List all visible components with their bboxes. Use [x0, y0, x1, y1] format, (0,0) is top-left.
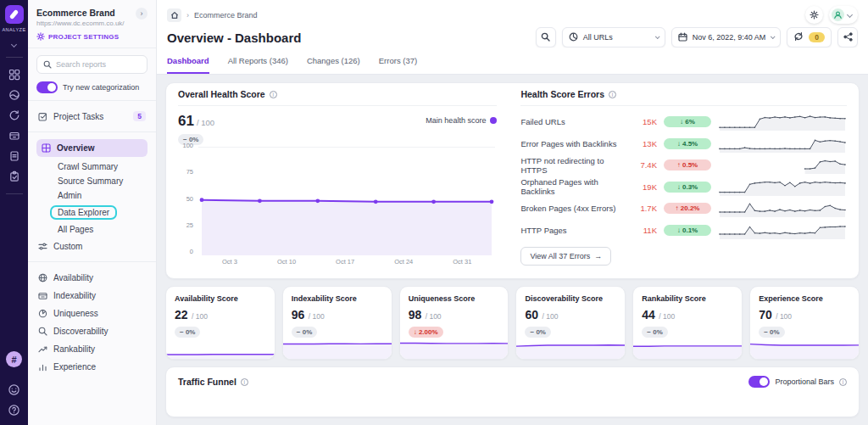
- share-button[interactable]: [837, 27, 858, 48]
- health-chart-yaxis: 1007550250: [178, 142, 193, 255]
- index-archive-icon: [38, 291, 47, 300]
- chevron-down-icon: [771, 34, 776, 39]
- history-icon[interactable]: [4, 105, 25, 126]
- compare-count-badge: 0: [809, 32, 825, 42]
- tasks-count-badge: 5: [133, 111, 146, 121]
- dashboard-content: Overall Health Score i 61/ 100 − 0% Main…: [157, 75, 868, 425]
- home-icon: [170, 8, 179, 23]
- score-sparkline: [166, 337, 275, 359]
- sidebar-item-rankability[interactable]: Rankability: [36, 340, 147, 358]
- icon-rail: ANALYZE #: [0, 0, 28, 425]
- project-sidebar: Ecommerce Brand https://www.dc.ecomm.co.…: [28, 0, 157, 425]
- sidebar-item-discoverability[interactable]: Discoverability: [36, 322, 147, 340]
- task-check-icon: [38, 112, 47, 121]
- trend-up-icon: [38, 344, 47, 354]
- pie-segment-icon: [569, 32, 578, 43]
- sidebar-item-project-tasks[interactable]: Project Tasks 5: [36, 108, 147, 125]
- gear-icon: [36, 32, 45, 41]
- search-reports-input[interactable]: [56, 60, 141, 69]
- compare-crawls-button[interactable]: 0: [787, 27, 832, 48]
- health-score-chart[interactable]: [198, 147, 495, 255]
- sidebar-item-custom[interactable]: Custom: [36, 238, 147, 254]
- score-card-uniqueness[interactable]: Uniqueness Score 98 / 100 ↓ 2.00%: [399, 286, 509, 360]
- trend-badge: ↓ 6%: [664, 116, 711, 127]
- score-card-availability[interactable]: Availability Score 22 / 100 − 0%: [165, 286, 275, 360]
- help-icon[interactable]: [4, 400, 25, 420]
- health-panel: Overall Health Score i 61/ 100 − 0% Main…: [165, 82, 860, 279]
- feedback-smiley-icon[interactable]: [4, 379, 25, 400]
- search-button[interactable]: [536, 27, 556, 48]
- overview-grid-icon: [42, 143, 51, 153]
- score-sparkline: [400, 337, 509, 359]
- sidebar-item-source-summary[interactable]: Source Summary: [58, 174, 147, 188]
- apps-grid-icon[interactable]: [4, 64, 25, 85]
- sync-arrows-icon: [793, 31, 804, 43]
- sidebar-item-availability[interactable]: Availability: [36, 269, 147, 287]
- score-card-rankability[interactable]: Rankability Score 44 / 100 − 0%: [632, 286, 743, 360]
- sidebar-item-overview[interactable]: Overview: [36, 139, 147, 157]
- arrow-right-icon: →: [594, 252, 602, 260]
- share-icon: [843, 32, 853, 43]
- archive-icon[interactable]: [4, 126, 25, 146]
- proportional-bars-toggle[interactable]: [748, 376, 770, 388]
- breadcrumb-home-button[interactable]: [167, 8, 181, 22]
- info-icon[interactable]: i: [241, 378, 248, 386]
- categorization-toggle[interactable]: [36, 81, 58, 93]
- main-area: › Ecommerce Brand Overview - Dashboard: [157, 0, 868, 425]
- date-picker-dropdown[interactable]: Nov 6, 2022, 9:40 AM: [671, 27, 782, 48]
- score-card-indexability[interactable]: Indexability Score 96 / 100 − 0%: [282, 286, 392, 360]
- tab-all-reports[interactable]: All Reports (346): [228, 56, 288, 74]
- chevron-down-icon: [655, 34, 660, 39]
- gear-icon: [810, 8, 819, 23]
- sidebar-item-indexability[interactable]: Indexability: [36, 287, 147, 305]
- error-row[interactable]: HTTP Pages 11K ↓ 0.1%: [520, 220, 847, 242]
- info-icon[interactable]: i: [839, 378, 847, 386]
- account-menu[interactable]: [829, 6, 858, 24]
- tasks-clipboard-icon[interactable]: [4, 166, 25, 187]
- globe-reports-icon[interactable]: [4, 85, 25, 105]
- hash-channel-icon[interactable]: #: [6, 351, 22, 367]
- sidebar-item-all-pages[interactable]: All Pages: [58, 222, 147, 237]
- sidebar-item-admin[interactable]: Admin: [58, 188, 147, 203]
- error-row[interactable]: Error Pages with Backlinks 13K ↓ 4.5%: [520, 133, 847, 155]
- trend-badge: ↓ 4.5%: [664, 138, 711, 149]
- search-reports-box[interactable]: [36, 55, 147, 74]
- error-sparkline: [718, 135, 847, 153]
- error-row[interactable]: Failed URLs 15K ↓ 6%: [520, 111, 847, 133]
- tab-dashboard[interactable]: Dashboard: [167, 56, 209, 74]
- error-sparkline: [718, 178, 847, 196]
- avatar: [832, 8, 844, 21]
- settings-button[interactable]: [805, 6, 823, 24]
- breadcrumb[interactable]: Ecommerce Brand: [194, 11, 258, 20]
- url-filter-dropdown[interactable]: All URLs: [562, 27, 665, 48]
- sidebar-item-data-explorer[interactable]: Data Explorer: [50, 205, 117, 220]
- score-card-experience[interactable]: Experience Score 70 / 100 − 0%: [749, 286, 860, 360]
- health-chart-xaxis: Oct 3Oct 10Oct 17Oct 24Oct 31: [212, 258, 495, 266]
- tab-errors[interactable]: Errors (37): [379, 56, 417, 74]
- rail-chevron-down-icon[interactable]: [12, 35, 16, 50]
- brand-logo-icon[interactable]: [5, 5, 24, 24]
- error-row[interactable]: HTTP not redirecting to HTTPS 7.4K ↑ 0.5…: [520, 154, 847, 176]
- tab-changes[interactable]: Changes (126): [307, 56, 360, 74]
- error-row[interactable]: Broken Pages (4xx Errors) 1.7K ↑ 20.2%: [520, 198, 847, 220]
- error-sparkline: [718, 113, 847, 131]
- magnifier-icon: [38, 327, 47, 336]
- search-icon: [541, 32, 550, 43]
- sidebar-item-crawl-summary[interactable]: Crawl Summary: [58, 159, 147, 174]
- project-settings-link[interactable]: PROJECT SETTINGS: [36, 32, 147, 41]
- score-card-discoverability[interactable]: Discoverability Score 60 / 100 − 0%: [515, 286, 626, 360]
- sidebar-item-experience[interactable]: Experience: [36, 358, 147, 376]
- document-icon[interactable]: [4, 146, 25, 166]
- trend-badge: ↑ 0.5%: [664, 159, 711, 171]
- trend-badge: ↓ 0.3%: [664, 182, 711, 193]
- info-icon[interactable]: i: [609, 91, 616, 98]
- sliders-icon: [38, 242, 47, 251]
- pie-chart-icon: [38, 309, 47, 318]
- project-switcher-button[interactable]: ›: [136, 8, 147, 20]
- view-all-errors-button[interactable]: View All 37 Errors→: [520, 247, 611, 266]
- error-row[interactable]: Orphaned Pages with Backlinks 19K ↓ 0.3%: [520, 176, 847, 199]
- sidebar-item-uniqueness[interactable]: Uniqueness: [36, 305, 147, 322]
- info-icon[interactable]: i: [270, 91, 277, 98]
- globe-icon: [38, 273, 47, 282]
- score-sparkline: [283, 337, 392, 359]
